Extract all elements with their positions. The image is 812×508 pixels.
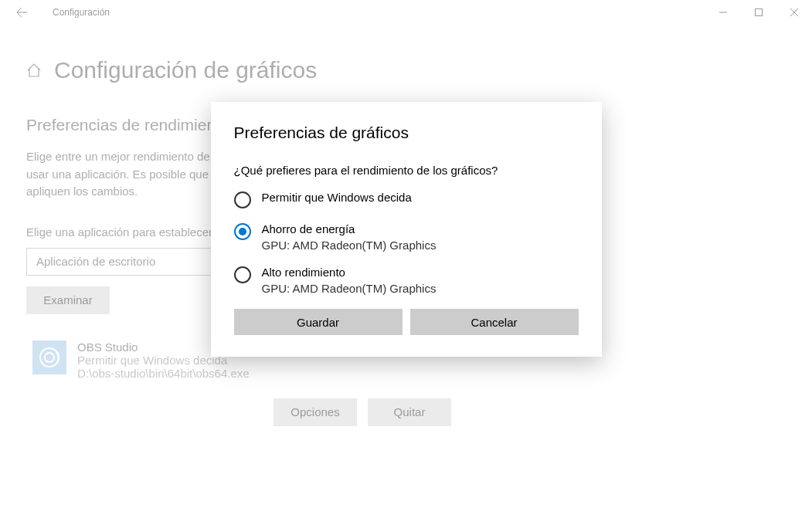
graphics-preference-dialog: Preferencias de gráficos ¿Qué prefieres … bbox=[211, 102, 602, 357]
radio-sublabel: GPU: AMD Radeon(TM) Graphics bbox=[262, 282, 437, 295]
radio-option-high-performance[interactable]: Alto rendimiento GPU: AMD Radeon(TM) Gra… bbox=[234, 266, 579, 295]
modal-overlay: Preferencias de gráficos ¿Qué prefieres … bbox=[0, 0, 812, 508]
save-button[interactable]: Guardar bbox=[234, 309, 403, 335]
radio-text: Permitir que Windows decida bbox=[262, 191, 412, 204]
dialog-buttons: Guardar Cancelar bbox=[234, 309, 579, 335]
radio-dot-icon bbox=[239, 228, 246, 235]
radio-icon bbox=[234, 191, 251, 208]
dialog-question: ¿Qué prefieres para el rendimiento de lo… bbox=[234, 164, 579, 177]
dialog-title: Preferencias de gráficos bbox=[234, 124, 579, 142]
radio-label: Ahorro de energía bbox=[262, 222, 437, 235]
radio-sublabel: GPU: AMD Radeon(TM) Graphics bbox=[262, 239, 437, 252]
radio-option-power-saving[interactable]: Ahorro de energía GPU: AMD Radeon(TM) Gr… bbox=[234, 222, 579, 252]
radio-label: Alto rendimiento bbox=[262, 266, 437, 279]
radio-icon bbox=[234, 223, 251, 240]
radio-option-system-default[interactable]: Permitir que Windows decida bbox=[234, 191, 579, 208]
radio-text: Alto rendimiento GPU: AMD Radeon(TM) Gra… bbox=[262, 266, 437, 295]
radio-icon bbox=[234, 266, 251, 283]
cancel-button[interactable]: Cancelar bbox=[410, 309, 579, 335]
radio-label: Permitir que Windows decida bbox=[262, 191, 412, 204]
radio-text: Ahorro de energía GPU: AMD Radeon(TM) Gr… bbox=[262, 222, 437, 252]
